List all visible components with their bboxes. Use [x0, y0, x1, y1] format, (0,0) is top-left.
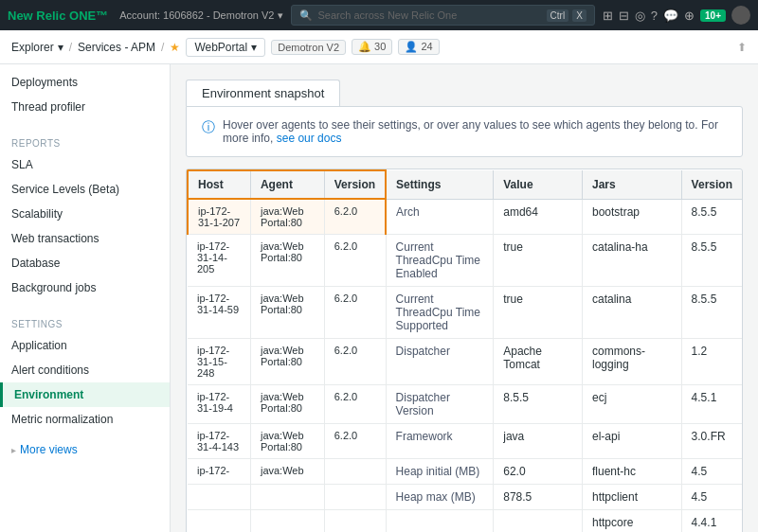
main-layout: Deployments Thread profiler Reports SLA …: [0, 64, 758, 532]
sidebar-item-background-jobs[interactable]: Background jobs: [0, 275, 170, 300]
sidebar-settings-section: Settings Application Alert conditions En…: [0, 306, 170, 437]
sidebar-item-database[interactable]: Database: [0, 251, 170, 275]
target-icon[interactable]: ◎: [635, 9, 645, 23]
sidebar-item-application[interactable]: Application: [0, 333, 170, 358]
alert-conditions-label: Alert conditions: [11, 364, 89, 377]
sidebar-item-thread-profiler[interactable]: Thread profiler: [0, 95, 170, 119]
setting-key-cell: Arch: [386, 199, 494, 235]
sidebar-item-environment[interactable]: Environment: [0, 382, 170, 407]
setting-value-cell: amd64: [494, 199, 583, 235]
table-row: ip-172-31-15-248java:Web Portal:806.2.0D…: [188, 339, 742, 385]
reports-section-label: Reports: [0, 131, 170, 152]
sidebar-item-sla[interactable]: SLA: [0, 152, 170, 177]
jar-name-cell: ecj: [583, 385, 682, 424]
host-column-header: Host: [188, 170, 250, 199]
setting-key-cell: Heap max (MB): [386, 485, 494, 510]
explorer-chevron: ▾: [58, 41, 63, 54]
share-icon[interactable]: ⬆: [737, 41, 747, 54]
sidebar: Deployments Thread profiler Reports SLA …: [0, 64, 171, 532]
table-body: ip-172-31-1-207java:Web Portal:806.2.0Ar…: [188, 199, 742, 532]
setting-value-cell: [494, 510, 583, 533]
info-box: ⓘ Hover over agents to see their setting…: [186, 106, 743, 157]
host-cell: [188, 510, 250, 533]
agent-cell: java:Web Portal:80: [250, 385, 324, 424]
host-cell: ip-172-31-14-205: [188, 235, 250, 287]
sidebar-item-service-levels[interactable]: Service Levels (Beta): [0, 177, 170, 202]
jar-version-cell: 8.5.5: [681, 235, 742, 287]
setting-key-cell: Dispatcher: [386, 339, 494, 385]
services-apm-nav[interactable]: Services - APM: [78, 41, 155, 54]
agent-cell: java:Web Portal:80: [250, 235, 324, 287]
host-cell: ip-172-: [188, 459, 250, 485]
jar-name-cell: bootstrap: [583, 199, 682, 235]
docs-link[interactable]: see our docs: [277, 132, 342, 145]
agent-column-header: Agent: [250, 170, 324, 199]
agent-cell: java:Web Portal:80: [250, 339, 324, 385]
comment-icon: 🔔: [358, 41, 374, 52]
version-cell: 6.2.0: [324, 339, 386, 385]
sidebar-reports-section: Reports SLA Service Levels (Beta) Scalab…: [0, 125, 170, 306]
question-icon[interactable]: ?: [651, 9, 658, 23]
favorite-star[interactable]: ★: [170, 41, 180, 54]
environment-table-container: Host Agent Version Settings Value Jars V…: [186, 168, 743, 532]
environment-snapshot-tab[interactable]: Environment snapshot: [186, 80, 340, 106]
user-avatar[interactable]: [731, 6, 750, 25]
topbar-actions: ⊞ ⊟ ◎ ? 💬 ⊕ 10+: [603, 6, 750, 25]
thread-profiler-label: Thread profiler: [11, 100, 85, 114]
app-chevron: ▾: [251, 41, 257, 54]
jar-version-cell: 8.5.5: [681, 199, 742, 235]
jar-version-column-header: Version: [681, 170, 742, 199]
account-selector[interactable]: Account: 1606862 - Demotron V2 ▾: [119, 9, 282, 22]
metric-normalization-label: Metric normalization: [11, 413, 113, 426]
chat-icon[interactable]: 💬: [663, 9, 678, 23]
table-row: ip-172-java:WebHeap initial (MB)62.0flue…: [188, 459, 742, 485]
jar-version-cell: 4.5: [681, 459, 742, 485]
version-cell: 6.2.0: [324, 424, 386, 459]
version-cell: [324, 510, 386, 533]
host-cell: ip-172-31-14-59: [188, 287, 250, 339]
jar-version-cell: 4.5: [681, 485, 742, 510]
global-search[interactable]: 🔍 Search across New Relic One Ctrl X: [291, 5, 595, 26]
explorer-nav[interactable]: Explorer ▾: [11, 41, 63, 54]
jar-version-cell: 4.4.1: [681, 510, 742, 533]
search-icon: 🔍: [299, 9, 313, 22]
sidebar-item-alert-conditions[interactable]: Alert conditions: [0, 358, 170, 382]
sidebar-item-metric-normalization[interactable]: Metric normalization: [0, 407, 170, 432]
setting-value-cell: 62.0: [494, 459, 583, 485]
env-badge[interactable]: Demotron V2: [271, 40, 346, 55]
logo[interactable]: New Relic ONE™: [8, 9, 108, 23]
sidebar-top-section: Deployments Thread profiler: [0, 64, 170, 125]
agent-cell: [250, 510, 324, 533]
jar-name-cell: commons-logging: [583, 339, 682, 385]
scalability-label: Scalability: [11, 207, 63, 221]
jar-version-cell: 3.0.FR: [681, 424, 742, 459]
application-label: Application: [11, 339, 67, 352]
navbar: Explorer ▾ / Services - APM / ★ WebPorta…: [0, 30, 758, 64]
table-row: Heap max (MB)878.5httpclient4.5: [188, 485, 742, 510]
sidebar-item-deployments[interactable]: Deployments: [0, 70, 170, 95]
setting-key-cell: [386, 510, 494, 533]
environment-table: Host Agent Version Settings Value Jars V…: [187, 169, 742, 532]
x-key: X: [572, 9, 587, 22]
notifications-badge[interactable]: 10+: [700, 9, 726, 22]
agent-cell: java:Web Portal:80: [250, 287, 324, 339]
table-row: ip-172-31-4-143java:Web Portal:806.2.0Fr…: [188, 424, 742, 459]
help-icon[interactable]: ⊕: [684, 9, 695, 23]
sidebar-item-scalability[interactable]: Scalability: [0, 202, 170, 226]
sidebar-item-web-transactions[interactable]: Web transactions: [0, 226, 170, 251]
more-views[interactable]: ▸ More views: [0, 437, 170, 462]
agent-cell: [250, 485, 324, 510]
explorer-label: Explorer: [11, 41, 54, 54]
app-name-label: WebPortal: [194, 41, 247, 54]
app-name-selector[interactable]: WebPortal ▾: [186, 38, 265, 57]
services-label: Services - APM: [78, 41, 155, 54]
tiles-icon[interactable]: ⊟: [619, 9, 629, 23]
table-header-row: Host Agent Version Settings Value Jars V…: [188, 170, 742, 199]
jar-name-cell: el-api: [583, 424, 682, 459]
table-row: ip-172-31-14-59java:Web Portal:806.2.0Cu…: [188, 287, 742, 339]
breadcrumb-sep-2: /: [161, 41, 164, 54]
grid-icon[interactable]: ⊞: [603, 9, 613, 23]
background-jobs-label: Background jobs: [11, 281, 96, 294]
table-row: httpcore4.4.1: [188, 510, 742, 533]
host-cell: ip-172-31-1-207: [188, 199, 250, 235]
